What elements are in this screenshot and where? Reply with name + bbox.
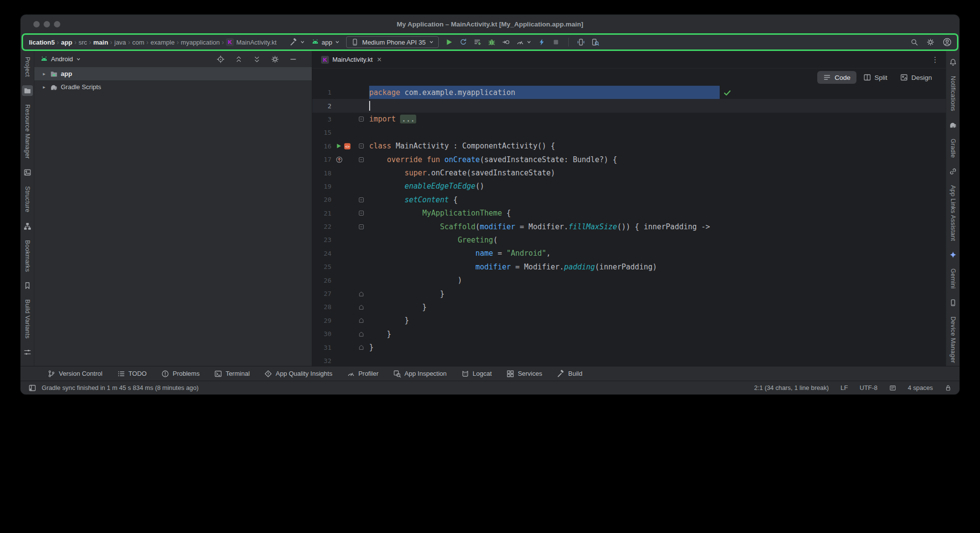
tool-window-button-notifications[interactable]: Notifications	[950, 76, 956, 111]
tool-window-layout-icon[interactable]	[28, 384, 36, 392]
code-line-28[interactable]: 28 }	[312, 300, 946, 314]
hide-panel-icon[interactable]	[289, 55, 297, 63]
tool-window-button-device-manager[interactable]: Device Manager	[950, 316, 956, 363]
indent-size[interactable]: 4 spaces	[908, 384, 933, 391]
code-line-18[interactable]: 18 super.onCreate(savedInstanceState)	[312, 166, 946, 179]
breadcrumb-item-src[interactable]: src	[78, 39, 87, 46]
profile-button[interactable]	[943, 38, 952, 47]
inspections-passed-icon[interactable]	[723, 89, 731, 99]
project-tree-item-gradle-scripts[interactable]: ▸Gradle Scripts	[34, 80, 312, 94]
status-misc-button[interactable]	[889, 385, 896, 391]
expand-all-icon[interactable]	[235, 55, 243, 63]
tool-window-button-build-variants[interactable]: Build Variants	[24, 299, 31, 339]
gemini-icon[interactable]	[948, 249, 958, 260]
tool-window-button-build[interactable]: Build	[557, 370, 582, 378]
fold-marker[interactable]	[357, 291, 366, 297]
fold-marker[interactable]	[357, 224, 366, 230]
fold-marker[interactable]	[357, 157, 366, 163]
tool-window-button-problems[interactable]: Problems	[161, 370, 200, 378]
code-line-16[interactable]: 16<>class MainActivity : ComponentActivi…	[312, 140, 946, 153]
code-line-32[interactable]: 32	[312, 354, 946, 366]
code-line-17[interactable]: 17 override fun onCreate(savedInstanceSt…	[312, 153, 946, 166]
breadcrumb-item-java[interactable]: java	[114, 39, 126, 46]
tool-window-button-app-inspection[interactable]: App Inspection	[393, 370, 447, 378]
code-line-24[interactable]: 24 name = "Android",	[312, 247, 946, 260]
breadcrumb-item-main[interactable]: main	[93, 39, 108, 46]
fold-marker[interactable]	[357, 304, 366, 310]
code-line-27[interactable]: 27 }	[312, 287, 946, 300]
locate-file-icon[interactable]	[217, 55, 225, 63]
breadcrumb-item-lication5[interactable]: lication5	[28, 39, 55, 46]
settings-button[interactable]	[927, 38, 934, 46]
line-separator[interactable]: LF	[841, 384, 848, 391]
code-line-2[interactable]: 2	[312, 99, 946, 112]
fold-marker[interactable]	[357, 210, 366, 216]
view-mode-design[interactable]: Design	[894, 71, 938, 84]
editor-tab[interactable]: K MainActivity.kt ×	[316, 51, 386, 68]
fold-marker[interactable]	[357, 317, 366, 323]
code-line-25[interactable]: 25 modifier = Modifier.padding(innerPadd…	[312, 260, 946, 273]
code-line-26[interactable]: 26 )	[312, 273, 946, 287]
run-button[interactable]	[445, 38, 453, 46]
app-links-assistant-icon[interactable]	[948, 166, 958, 177]
fold-marker[interactable]	[357, 197, 366, 203]
gradle-sync-status[interactable]: Gradle sync finished in 1 m 45 s 834 ms …	[42, 384, 199, 391]
code-line-15[interactable]: 15	[312, 126, 946, 139]
view-mode-split[interactable]: Split	[857, 71, 893, 84]
code-line-21[interactable]: 21 MyApplicationTheme {	[312, 207, 946, 220]
project-tree-item-app[interactable]: ▸app	[34, 67, 312, 80]
code-line-3[interactable]: 3import ...	[312, 113, 946, 126]
tool-window-button-gemini[interactable]: Gemini	[950, 268, 956, 289]
tool-window-button-app-links-assistant[interactable]: App Links Assistant	[950, 185, 956, 241]
tool-window-button-structure[interactable]: Structure	[24, 186, 31, 212]
run-configuration-selector[interactable]: app	[311, 38, 340, 46]
tool-window-button-bookmarks[interactable]: Bookmarks	[24, 240, 31, 272]
device-manager-icon[interactable]	[948, 297, 958, 308]
close-tab-icon[interactable]: ×	[377, 56, 381, 64]
attach-debugger-button[interactable]	[502, 38, 510, 46]
code-editor[interactable]: CodeSplitDesign 1package com.example.mya…	[312, 69, 946, 366]
breadcrumb-item-mainactivity-kt[interactable]: KMainActivity.kt	[226, 38, 277, 46]
tool-window-button-logcat[interactable]: Logcat	[461, 370, 492, 378]
override-gutter-icon[interactable]	[336, 156, 343, 163]
gear-icon[interactable]	[271, 55, 279, 63]
gradle-icon[interactable]	[948, 120, 958, 130]
code-line-31[interactable]: 31}	[312, 340, 946, 354]
chevron-right-icon[interactable]: ▸	[41, 84, 47, 90]
breadcrumb-item-app[interactable]: app	[60, 39, 73, 46]
tool-window-button-app-quality-insights[interactable]: App Quality Insights	[264, 370, 332, 378]
view-mode-code[interactable]: Code	[817, 71, 856, 84]
tool-window-button-version-control[interactable]: Version Control	[48, 370, 102, 378]
breadcrumb-item-example[interactable]: example	[150, 39, 175, 46]
tool-window-button-project[interactable]: Project	[24, 57, 31, 77]
fold-marker[interactable]	[357, 116, 366, 122]
profiler-button[interactable]	[516, 38, 531, 46]
caret-position[interactable]: 2:1 (34 chars, 1 line break)	[754, 384, 829, 391]
rerun-button[interactable]	[459, 38, 467, 46]
code-line-1[interactable]: 1package com.example.myapplication	[312, 86, 946, 99]
stop-button[interactable]	[552, 38, 560, 46]
tool-window-button-profiler[interactable]: Profiler	[347, 370, 378, 378]
tool-window-button-terminal[interactable]: Terminal	[214, 370, 250, 378]
collapse-all-icon[interactable]	[253, 55, 261, 63]
code-line-29[interactable]: 29 }	[312, 314, 946, 327]
build-tool-dropdown[interactable]	[290, 38, 305, 46]
fold-marker[interactable]	[357, 344, 366, 350]
minimize-window-button[interactable]	[44, 21, 50, 27]
search-everywhere-button[interactable]	[910, 38, 918, 46]
project-icon[interactable]	[22, 85, 33, 96]
fold-marker[interactable]	[357, 331, 366, 337]
build-variants-icon[interactable]	[22, 347, 33, 358]
device-selector[interactable]: Medium Phone API 35	[346, 36, 439, 48]
structure-icon[interactable]	[22, 221, 33, 232]
readonly-toggle[interactable]	[945, 385, 952, 391]
tool-window-button-gradle[interactable]: Gradle	[950, 139, 956, 158]
tool-window-button-todo[interactable]: TODO	[117, 370, 147, 378]
project-view-selector[interactable]: Android	[40, 55, 81, 63]
apply-code-changes-button[interactable]	[538, 38, 546, 46]
code-line-20[interactable]: 20 setContent {	[312, 193, 946, 206]
code-line-19[interactable]: 19 enableEdgeToEdge()	[312, 180, 946, 193]
close-window-button[interactable]	[33, 21, 40, 27]
running-devices-button[interactable]	[577, 38, 585, 46]
file-encoding[interactable]: UTF-8	[860, 384, 878, 391]
